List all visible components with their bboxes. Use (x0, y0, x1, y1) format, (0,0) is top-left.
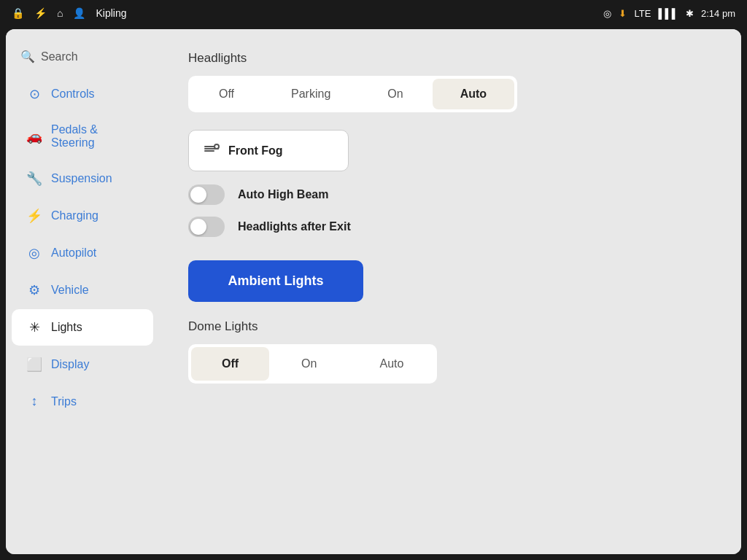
svg-point-3 (214, 144, 219, 149)
sidebar-item-vehicle[interactable]: ⚙ Vehicle (12, 272, 153, 308)
target-icon: ◎ (603, 8, 611, 19)
search-row[interactable]: 🔍 Search (6, 44, 159, 75)
suspension-label: Suspension (51, 172, 112, 185)
vehicle-label: Vehicle (51, 284, 89, 297)
sidebar-item-autopilot[interactable]: ◎ Autopilot (12, 235, 153, 271)
fog-icon (204, 141, 220, 160)
signal-icon: ▌▌▌ (658, 8, 678, 19)
username: Kipling (96, 7, 126, 19)
headlights-parking-button[interactable]: Parking (263, 79, 358, 109)
bluetooth-icon: ✱ (686, 8, 694, 19)
lte-indicator: LTE (634, 8, 651, 19)
search-icon: 🔍 (20, 50, 35, 63)
download-icon: ⬇ (619, 8, 627, 19)
ambient-lights-button[interactable]: Ambient Lights (188, 260, 363, 302)
auto-high-beam-toggle[interactable] (188, 184, 225, 205)
content-area: Headlights Off Parking On Auto Front Fog… (159, 29, 741, 554)
charging-label: Charging (51, 209, 98, 222)
sidebar-item-charging[interactable]: ⚡ Charging (12, 198, 153, 234)
headlights-auto-button[interactable]: Auto (433, 79, 514, 109)
main-container: 🔍 Search ⊙ Controls 🚗 Pedals & Steering … (6, 29, 741, 554)
lights-label: Lights (51, 321, 82, 334)
headlights-off-button[interactable]: Off (191, 79, 262, 109)
display-label: Display (51, 358, 89, 371)
dome-lights-title: Dome Lights (188, 319, 712, 334)
auto-high-beam-row: Auto High Beam (188, 184, 712, 205)
lights-icon: ✳ (26, 319, 42, 335)
sidebar-item-trips[interactable]: ↕ Trips (12, 384, 153, 419)
autopilot-icon: ◎ (26, 245, 42, 261)
pedals-icon: 🚗 (26, 128, 42, 144)
charging-icon: ⚡ (26, 208, 42, 224)
user-icon: 👤 (73, 7, 85, 19)
controls-icon: ⊙ (26, 86, 42, 102)
front-fog-label: Front Fog (228, 144, 283, 158)
lock-icon: 🔒 (12, 7, 24, 19)
dome-auto-button[interactable]: Auto (349, 347, 434, 381)
controls-label: Controls (51, 88, 95, 101)
sidebar-item-pedals[interactable]: 🚗 Pedals & Steering (12, 113, 153, 160)
trips-icon: ↕ (26, 394, 42, 409)
status-bar-right: ◎ ⬇ LTE ▌▌▌ ✱ 2:14 pm (603, 8, 735, 19)
sidebar-item-display[interactable]: ⬜ Display (12, 346, 153, 383)
headlights-after-exit-row: Headlights after Exit (188, 217, 712, 237)
front-fog-button[interactable]: Front Fog (188, 130, 349, 171)
status-bar: 🔒 ⚡ ⌂ 👤 Kipling ◎ ⬇ LTE ▌▌▌ ✱ 2:14 pm (0, 0, 747, 26)
headlights-segmented-control: Off Parking On Auto (188, 76, 517, 112)
dome-lights-segmented-control: Off On Auto (188, 344, 437, 384)
dome-on-button[interactable]: On (271, 347, 347, 381)
vehicle-icon: ⚙ (26, 282, 42, 298)
trips-label: Trips (51, 395, 77, 408)
suspension-icon: 🔧 (26, 171, 42, 187)
sidebar-item-lights[interactable]: ✳ Lights (12, 309, 153, 346)
headlights-after-exit-label: Headlights after Exit (238, 220, 351, 233)
clock: 2:14 pm (701, 8, 735, 19)
sidebar-item-suspension[interactable]: 🔧 Suspension (12, 160, 153, 197)
auto-high-beam-label: Auto High Beam (238, 188, 328, 201)
home-icon: ⌂ (57, 7, 63, 19)
headlights-title: Headlights (188, 51, 712, 66)
headlights-after-exit-toggle[interactable] (188, 217, 225, 237)
pedals-label: Pedals & Steering (51, 123, 139, 149)
dome-off-button[interactable]: Off (191, 347, 269, 381)
status-bar-left: 🔒 ⚡ ⌂ 👤 Kipling (12, 7, 127, 19)
display-icon: ⬜ (26, 357, 42, 373)
sidebar-item-controls[interactable]: ⊙ Controls (12, 76, 153, 112)
sidebar: 🔍 Search ⊙ Controls 🚗 Pedals & Steering … (6, 29, 159, 554)
autopilot-label: Autopilot (51, 246, 96, 260)
search-label: Search (41, 50, 78, 63)
bolt-icon: ⚡ (34, 7, 47, 19)
headlights-on-button[interactable]: On (360, 79, 430, 109)
